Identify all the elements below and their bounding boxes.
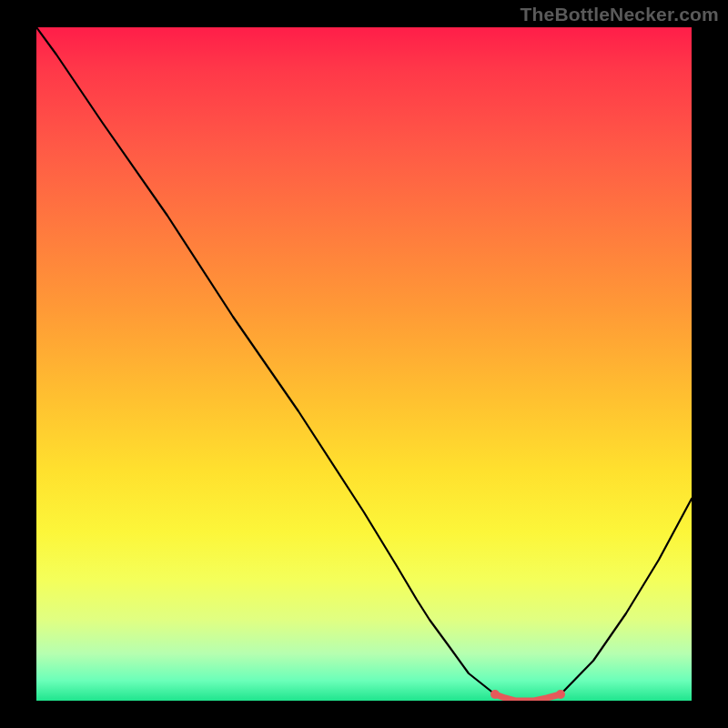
highlight-start-dot [490,690,500,699]
bottleneck-curve-svg [36,27,692,701]
plot-area [36,27,692,701]
chart-frame: TheBottleNecker.com [0,0,728,728]
watermark-text: TheBottleNecker.com [520,4,719,25]
optimal-region-highlight [495,694,561,701]
bottleneck-curve [36,27,692,701]
highlight-end-dot [556,690,565,699]
